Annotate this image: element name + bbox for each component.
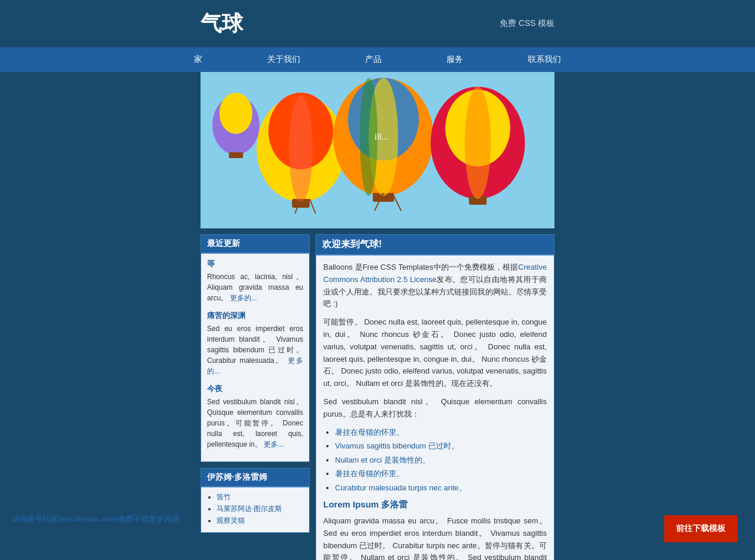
para2: Sed vestibulum blandit nisl。 Quisque ele… xyxy=(323,396,547,421)
sidebar-list-content: 笛竹 马莱苏阿达·图尔皮斯 观察灵猫 xyxy=(201,487,309,532)
nav-about[interactable]: 关于我们 xyxy=(235,47,333,72)
download-button[interactable]: 前往下载模板 xyxy=(664,515,737,542)
svg-point-13 xyxy=(465,87,491,199)
right-list-item-4: 暑挂在母猫的怀里。 xyxy=(335,468,547,480)
welcome-header: 欢迎来到气球! xyxy=(316,235,554,256)
sidebar-list-item-3: 观察灵猫 xyxy=(216,516,303,526)
welcome-content: Balloons 是Free CSS Templates中的一个免费模板，根据C… xyxy=(316,256,554,560)
right-list: 暑挂在母猫的怀里。 Vivamus sagittis bibendum 已过时。… xyxy=(335,427,547,494)
left-post-3-text: Sed vestibulum blandit nisl。 Quisque ele… xyxy=(207,397,303,450)
right-link-2[interactable]: Vivamus sagittis bibendum 已过时。 xyxy=(335,441,459,450)
header-tagline: 免费 CSS 模板 xyxy=(500,18,554,29)
left-post-2: 痛苦的深渊 Sed eu eros imperdiet eros interdu… xyxy=(207,310,303,376)
main-nav: 家 关于我们 产品 服务 联系我们 xyxy=(0,47,755,72)
left-post-1-title: 等 xyxy=(207,258,303,269)
welcome-box: 欢迎来到气球! Balloons 是Free CSS Templates中的一个… xyxy=(316,234,554,560)
recent-updates-header: 最近更新 xyxy=(201,235,309,254)
content-area: 最近更新 等 Rhoncus ac, lacinia, nisl。Aliquam… xyxy=(201,228,554,560)
left-post-1-more[interactable]: 更多的... xyxy=(230,294,257,302)
right-list-item-5: Curabitur malesuada turpis nec ante。 xyxy=(335,482,547,494)
right-list-item-2: Vivamus sagittis bibendum 已过时。 xyxy=(335,440,547,452)
sidebar-list-item-2: 马莱苏阿达·图尔皮斯 xyxy=(216,504,303,514)
svg-text:ill...: ill... xyxy=(375,132,388,142)
main-wrapper: 最近更新 等 Rhoncus ac, lacinia, nisl。Aliquam… xyxy=(0,228,755,560)
sidebar-link-2[interactable]: 马莱苏阿达·图尔皮斯 xyxy=(216,505,282,513)
right-list-item-1: 暑挂在母猫的怀里。 xyxy=(335,427,547,438)
hero-image: ill... xyxy=(201,72,554,228)
left-post-3-title: 今夜 xyxy=(207,384,303,394)
site-title: 气球 xyxy=(201,9,243,38)
nav-contact[interactable]: 联系我们 xyxy=(495,47,593,72)
recent-updates-box: 最近更新 等 Rhoncus ac, lacinia, nisl。Aliquam… xyxy=(201,234,310,462)
hero-container: ill... xyxy=(0,72,755,228)
intro-paragraph: Balloons 是Free CSS Templates中的一个免费模板，根据C… xyxy=(323,261,547,310)
sidebar-link-1[interactable]: 笛竹 xyxy=(216,493,231,501)
right-link-4[interactable]: 暑挂在母猫的怀里。 xyxy=(335,469,404,478)
sidebar-list-item-1: 笛竹 xyxy=(216,492,303,502)
sidebar-list-header: 伊苏姆·多洛雷姆 xyxy=(201,469,309,487)
left-post-2-title: 痛苦的深渊 xyxy=(207,310,303,321)
left-column: 最近更新 等 Rhoncus ac, lacinia, nisl。Aliquam… xyxy=(201,234,310,560)
para1: 可能暂停。 Donec nulla est, laoreet quis, pel… xyxy=(323,316,547,390)
sidebar-list-box: 伊苏姆·多洛雷姆 笛竹 马莱苏阿达·图尔皮斯 观察灵猫 xyxy=(201,468,310,533)
header: 气球 免费 CSS 模板 xyxy=(0,0,755,47)
right-link-3[interactable]: Nullam et orci 是装饰性的。 xyxy=(335,456,430,464)
recent-updates-content: 等 Rhoncus ac, lacinia, nisl。Aliquam grav… xyxy=(201,254,309,461)
lorem-text: Aliquam gravida massa eu arcu。 Fusce mol… xyxy=(323,515,547,560)
sidebar-list: 笛竹 马莱苏阿达·图尔皮斯 观察灵猫 xyxy=(216,492,303,526)
left-post-3-more[interactable]: 更多... xyxy=(264,440,284,448)
left-post-2-text: Sed eu eros imperdiet eros interdum blan… xyxy=(207,323,303,376)
svg-point-15 xyxy=(219,93,252,134)
watermark: 访问曲号社区bbs.xienlao.com免费不战更多内容 xyxy=(12,514,179,525)
right-link-1[interactable]: 暑挂在母猫的怀里。 xyxy=(335,428,404,437)
lorem-header: Lorem Ipsum 多洛雷 xyxy=(323,499,547,510)
right-link-5[interactable]: Curabitur malesuada turpis nec ante。 xyxy=(335,483,467,492)
left-post-1-text: Rhoncus ac, lacinia, nisl。Aliquam gravid… xyxy=(207,271,303,303)
nav-services[interactable]: 服务 xyxy=(414,47,495,72)
nav-products[interactable]: 产品 xyxy=(333,47,414,72)
svg-point-4 xyxy=(289,96,313,202)
left-post-1: 等 Rhoncus ac, lacinia, nisl。Aliquam grav… xyxy=(207,258,303,303)
sidebar-link-3[interactable]: 观察灵猫 xyxy=(216,516,245,525)
svg-rect-16 xyxy=(229,152,243,158)
nav-home[interactable]: 家 xyxy=(162,47,235,72)
right-column: 欢迎来到气球! Balloons 是Free CSS Templates中的一个… xyxy=(316,234,554,560)
right-list-item-3: Nullam et orci 是装饰性的。 xyxy=(335,454,547,466)
left-post-3: 今夜 Sed vestibulum blandit nisl。 Quisque … xyxy=(207,384,303,450)
